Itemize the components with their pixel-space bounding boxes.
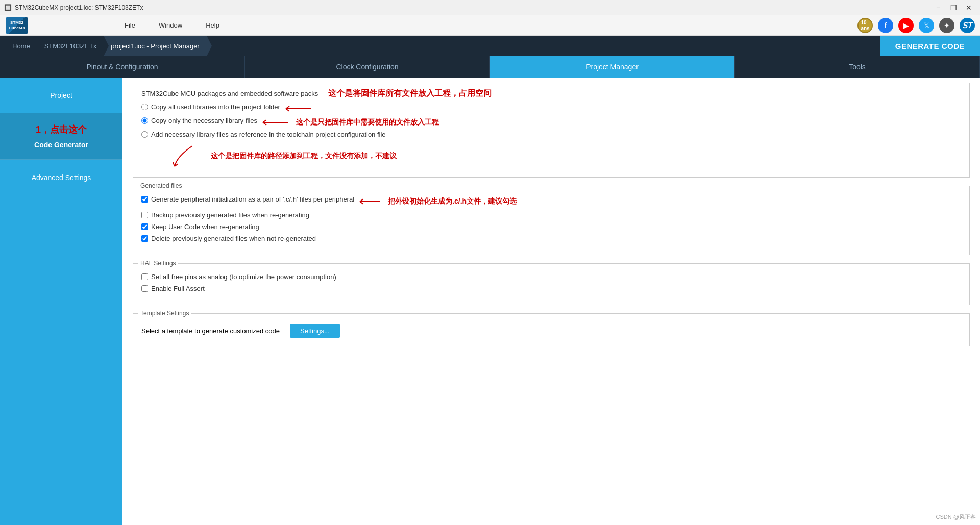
sidebar: Project 1，点击这个 Code Generator Advanced S… [0,78,122,525]
tab-pinout[interactable]: Pinout & Configuration [0,56,245,78]
annotation-opt1-text: 这个是将固件库所有文件放入工程，占用空间 [328,88,492,99]
library-option-3: Add necessary library files as reference… [141,131,386,138]
content-area: STM32Cube MCU packages and embedded soft… [122,78,980,525]
gf-option-4-label: Delete previously generated files when n… [151,235,316,242]
template-label: Select a template to generate customized… [141,327,280,335]
social-icons: 10ans f ▶ 𝕏 ✦ 𝘚𝘛 [857,18,975,33]
menu-bar: STM32CubeMX File Window Help 10ans f ▶ 𝕏… [0,15,980,36]
logo-area: STM32CubeMX [5,16,29,35]
gf-checkbox-2[interactable] [141,212,148,218]
menu-file[interactable]: File [120,19,139,31]
restore-button[interactable]: ❐ [946,3,961,13]
gf-option-3: Keep User Code when re-generating [141,223,961,231]
gf-option-4: Delete previously generated files when n… [141,235,961,242]
sidebar-item-advanced-settings[interactable]: Advanced Settings [0,160,122,195]
generate-code-button[interactable]: GENERATE CODE [880,36,980,56]
window-title: 🔲 STM32CubeMX project1.ioc: STM32F103ZET… [4,4,143,11]
hal-settings-title: HAL Settings [138,260,178,267]
gf-option-2-label: Backup previously generated files when r… [151,211,309,219]
twitter-icon[interactable]: 𝕏 [919,18,934,33]
library-option-1-label: Copy all used libraries into the project… [151,103,280,111]
arrow-gf1 [357,196,383,207]
gf-option-2: Backup previously generated files when r… [141,211,961,219]
menu-items: File Window Help [120,19,224,31]
sidebar-item-code-generator[interactable]: 1，点击这个 Code Generator [0,113,122,160]
annotation-gf1-text: 把外设初始化生成为.c/.h文件，建议勾选 [388,197,517,206]
st-logo-icon[interactable]: 𝘚𝘛 [960,18,975,33]
tab-project-manager[interactable]: Project Manager [490,56,735,78]
title-bar: 🔲 STM32CubeMX project1.ioc: STM32F103ZET… [0,0,980,15]
breadcrumb-mcu[interactable]: STM32F103ZETx [37,36,104,56]
generated-files-title: Generated files [138,182,184,189]
anniversary-badge: 10ans [857,18,873,33]
annotation-opt3-text: 这个是把固件库的路径添加到工程，文件没有添加，不建议 [211,152,397,161]
library-section-header: STM32Cube MCU packages and embedded soft… [141,90,318,97]
close-button[interactable]: ✕ [962,3,976,13]
hal-option-2: Enable Full Assert [141,285,961,292]
library-section: STM32Cube MCU packages and embedded soft… [133,83,970,178]
main-layout: Project 1，点击这个 Code Generator Advanced S… [0,78,980,525]
template-row: Select a template to generate customized… [141,324,961,338]
youtube-icon[interactable]: ▶ [898,18,914,33]
gf-checkbox-4[interactable] [141,235,148,242]
template-settings-title: Template Settings [138,310,191,317]
arrow-opt2 [260,117,291,128]
library-radio-1[interactable] [141,104,148,110]
hal-checkbox-2[interactable] [141,285,148,292]
arrow-opt3 [172,143,203,169]
hal-checkbox-1[interactable] [141,273,148,280]
settings-button[interactable]: Settings... [290,324,340,338]
generated-files-section: Generated files Generate peripheral init… [133,186,970,255]
gf-option-3-label: Keep User Code when re-generating [151,223,259,231]
tab-clock[interactable]: Clock Configuration [245,56,490,78]
library-radio-group: Copy all used libraries into the project… [141,103,961,169]
breadcrumb: Home STM32F103ZETx project1.ioc - Projec… [0,36,980,56]
library-option-1: Copy all used libraries into the project… [141,103,280,111]
library-radio-2[interactable] [141,117,148,124]
facebook-icon[interactable]: f [878,18,893,33]
template-settings-section: Template Settings Select a template to g… [133,313,970,346]
library-radio-3[interactable] [141,131,148,138]
logo-image: STM32CubeMX [6,17,28,34]
breadcrumb-project[interactable]: project1.ioc - Project Manager [104,36,206,56]
logo-text: STM32CubeMX [9,20,25,30]
breadcrumb-home[interactable]: Home [5,36,37,56]
watermark: CSDN @风正客 [936,513,976,521]
gf-option-1: Generate peripheral initialization as a … [141,195,354,203]
window-controls[interactable]: − ❐ ✕ [931,3,976,13]
network-icon[interactable]: ✦ [939,18,954,33]
window-icon: 🔲 [4,4,12,11]
hal-option-2-label: Enable Full Assert [151,285,205,292]
hal-option-1: Set all free pins as analog (to optimize… [141,273,961,281]
sidebar-item-project[interactable]: Project [0,78,122,113]
logo-box: STM32CubeMX [5,16,29,35]
annotation-opt2-text: 这个是只把固件库中需要使用的文件放入工程 [296,118,439,127]
menu-help[interactable]: Help [202,19,224,31]
library-option-2: Copy only the necessary library files [141,117,257,124]
gf-checkbox-3[interactable] [141,223,148,230]
hal-settings-section: HAL Settings Set all free pins as analog… [133,263,970,305]
arrow-opt1 [283,104,314,114]
tab-bar: Pinout & Configuration Clock Configurati… [0,56,980,78]
tab-tools[interactable]: Tools [735,56,980,78]
sidebar-annotation: 1，点击这个 [36,123,87,136]
gf-checkbox-1[interactable] [141,196,148,203]
library-option-3-label: Add necessary library files as reference… [151,131,386,138]
library-option-2-label: Copy only the necessary library files [151,117,257,124]
gf-option-1-label: Generate peripheral initialization as a … [151,195,354,203]
menu-window[interactable]: Window [155,19,186,31]
hal-option-1-label: Set all free pins as analog (to optimize… [151,273,336,281]
minimize-button[interactable]: − [931,3,945,13]
